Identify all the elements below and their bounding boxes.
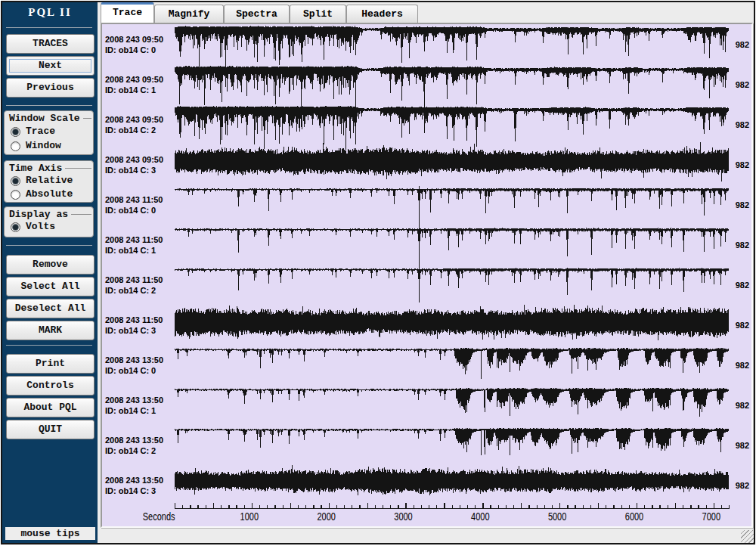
svg-text:3000: 3000 [394,511,413,523]
svg-text:6000: 6000 [625,511,644,523]
svg-text:1000: 1000 [240,511,259,523]
svg-text:Seconds: Seconds [143,511,175,523]
svg-text:5000: 5000 [548,511,567,523]
svg-text:7000: 7000 [702,511,721,523]
svg-text:4000: 4000 [471,511,490,523]
svg-text:2000: 2000 [317,511,336,523]
